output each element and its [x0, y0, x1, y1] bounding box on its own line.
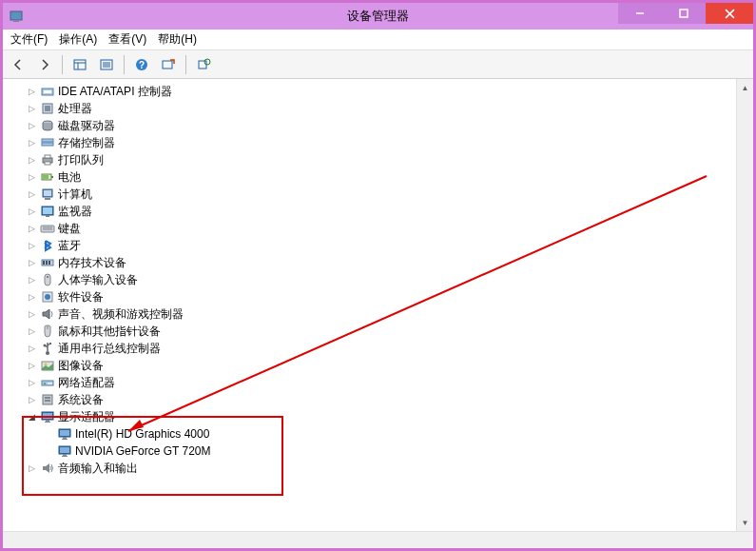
- expand-arrow-icon[interactable]: ▷: [26, 254, 37, 271]
- tree-label: Intel(R) HD Graphics 4000: [75, 425, 209, 443]
- toolbar: ?: [3, 50, 753, 79]
- expand-arrow-icon[interactable]: ▷: [26, 357, 37, 374]
- expand-arrow-icon[interactable]: ▷: [26, 168, 37, 186]
- close-button[interactable]: [706, 3, 753, 24]
- tree-item[interactable]: ▷蓝牙: [9, 237, 736, 254]
- tree-item[interactable]: ▷键盘: [9, 220, 736, 237]
- tree-item[interactable]: ▷打印队列: [9, 151, 736, 168]
- menu-action[interactable]: 操作(A): [59, 31, 97, 48]
- svg-rect-35: [43, 207, 52, 214]
- tree-label: 内存技术设备: [58, 254, 126, 271]
- tree-item[interactable]: ▷处理器: [9, 100, 736, 117]
- svg-point-49: [46, 351, 49, 355]
- menu-view[interactable]: 查看(V): [108, 31, 146, 48]
- expand-arrow-icon[interactable]: ▷: [26, 203, 37, 220]
- tree-item[interactable]: ▷电池: [9, 168, 736, 186]
- tree-child-item[interactable]: NVIDIA GeForce GT 720M: [9, 443, 736, 460]
- tree-item[interactable]: ▷磁盘驱动器: [9, 117, 736, 134]
- tree-label: 音频输入和输出: [58, 460, 138, 477]
- expand-arrow-icon[interactable]: ▷: [26, 271, 37, 288]
- tree-item[interactable]: ▷软件设备: [9, 288, 736, 305]
- tree-item[interactable]: ▷内存技术设备: [9, 254, 736, 271]
- svg-rect-16: [199, 61, 206, 69]
- tree-label: 网络适配器: [58, 374, 115, 391]
- tree-item[interactable]: ▷音频输入和输出: [9, 460, 736, 477]
- svg-rect-32: [44, 190, 51, 196]
- svg-rect-62: [43, 413, 52, 419]
- tree-label: 鼠标和其他指针设备: [58, 323, 161, 340]
- scroll-up-button[interactable]: ▲: [737, 79, 753, 96]
- expand-arrow-icon[interactable]: ▷: [26, 288, 37, 305]
- tree-label: 键盘: [58, 220, 81, 237]
- expand-arrow-icon[interactable]: ▷: [26, 186, 37, 203]
- tree-item[interactable]: ▷计算机: [9, 186, 736, 203]
- minimize-button[interactable]: [618, 3, 662, 24]
- tree-label: 软件设备: [58, 288, 104, 305]
- menu-help[interactable]: 帮助(H): [158, 31, 197, 48]
- svg-point-56: [44, 383, 46, 384]
- svg-rect-36: [46, 215, 49, 217]
- view-mode-button[interactable]: [68, 53, 91, 76]
- collapse-arrow-icon[interactable]: ◢: [26, 408, 37, 425]
- forward-button[interactable]: [33, 53, 56, 76]
- tree-label: 声音、视频和游戏控制器: [58, 305, 184, 323]
- expand-arrow-icon[interactable]: ▷: [26, 237, 37, 254]
- tree-label: 处理器: [58, 100, 92, 117]
- device-tree[interactable]: ▷IDE ATA/ATAPI 控制器▷处理器▷磁盘驱动器▷存储控制器▷打印队列▷…: [3, 79, 736, 531]
- expand-arrow-icon[interactable]: ▷: [26, 100, 37, 117]
- vertical-scrollbar[interactable]: ▲ ▼: [736, 79, 753, 531]
- expand-arrow-icon[interactable]: ▷: [26, 460, 37, 477]
- tree-label: 蓝牙: [58, 237, 81, 254]
- expand-arrow-icon[interactable]: ▷: [26, 220, 37, 237]
- svg-rect-71: [63, 454, 67, 456]
- expand-arrow-icon[interactable]: ▷: [26, 391, 37, 408]
- expand-arrow-icon[interactable]: ▷: [26, 323, 37, 340]
- expand-arrow-icon[interactable]: ▷: [26, 117, 37, 134]
- tree-label: 打印队列: [58, 151, 104, 168]
- svg-rect-24: [42, 143, 53, 146]
- tree-item[interactable]: ▷图像设备: [9, 357, 736, 374]
- help-button[interactable]: ?: [130, 53, 153, 76]
- svg-rect-21: [45, 106, 50, 111]
- tree-item[interactable]: ▷存储控制器: [9, 134, 736, 151]
- tree-item[interactable]: ▷网络适配器: [9, 374, 736, 391]
- tree-item[interactable]: ▷监视器: [9, 203, 736, 220]
- content-area: ▷IDE ATA/ATAPI 控制器▷处理器▷磁盘驱动器▷存储控制器▷打印队列▷…: [3, 79, 753, 531]
- tree-label: 计算机: [58, 186, 92, 203]
- back-button[interactable]: [7, 53, 29, 76]
- svg-rect-19: [44, 90, 51, 93]
- svg-point-47: [45, 294, 50, 300]
- tree-item[interactable]: ▷IDE ATA/ATAPI 控制器: [9, 83, 736, 100]
- expand-arrow-icon[interactable]: ▷: [26, 374, 37, 391]
- svg-rect-41: [43, 261, 45, 265]
- maximize-button[interactable]: [662, 3, 706, 24]
- horizontal-scrollbar[interactable]: [3, 531, 753, 548]
- tree-item[interactable]: ◢显示适配器: [9, 408, 736, 425]
- expand-arrow-icon[interactable]: ▷: [26, 83, 37, 100]
- separator: [185, 55, 186, 74]
- tree-item[interactable]: ▷人体学输入设备: [9, 271, 736, 288]
- svg-rect-42: [46, 261, 48, 265]
- svg-rect-43: [48, 261, 50, 265]
- scan-button[interactable]: [157, 53, 180, 76]
- tree-child-item[interactable]: Intel(R) HD Graphics 4000: [9, 425, 736, 443]
- scroll-down-button[interactable]: ▼: [737, 514, 753, 531]
- tree-item[interactable]: ▷声音、视频和游戏控制器: [9, 305, 736, 323]
- svg-rect-52: [49, 343, 51, 344]
- expand-arrow-icon[interactable]: ▷: [26, 134, 37, 151]
- tree-label: NVIDIA GeForce GT 720M: [75, 443, 211, 460]
- expand-arrow-icon[interactable]: ▷: [26, 151, 37, 168]
- refresh-button[interactable]: [192, 53, 215, 76]
- tree-label: 显示适配器: [58, 408, 115, 425]
- svg-point-45: [47, 276, 48, 278]
- expand-arrow-icon[interactable]: ▷: [26, 305, 37, 323]
- expand-arrow-icon[interactable]: ▷: [26, 340, 37, 357]
- tree-item[interactable]: ▷鼠标和其他指针设备: [9, 323, 736, 340]
- svg-point-51: [44, 344, 47, 347]
- details-button[interactable]: [95, 53, 118, 76]
- tree-item[interactable]: ▷通用串行总线控制器: [9, 340, 736, 357]
- svg-rect-70: [60, 447, 69, 453]
- tree-item[interactable]: ▷系统设备: [9, 391, 736, 408]
- svg-point-17: [204, 59, 210, 65]
- menu-file[interactable]: 文件(F): [10, 31, 48, 48]
